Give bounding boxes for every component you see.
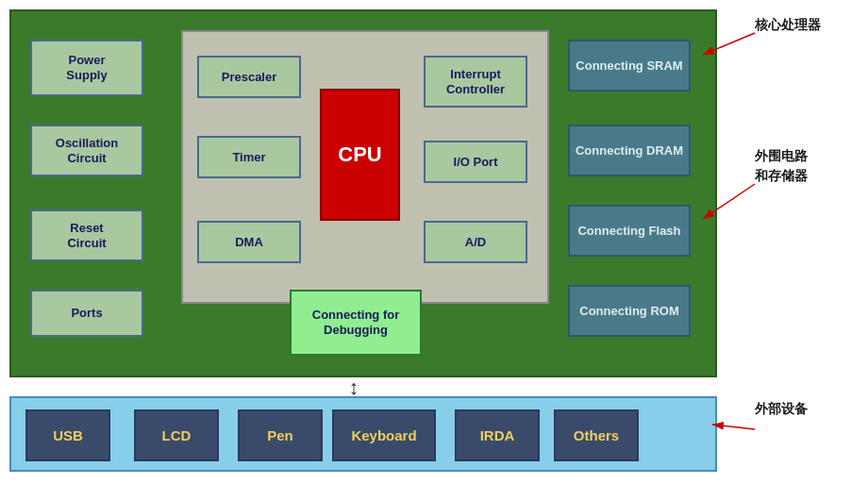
debug-label: Connecting for Debugging bbox=[295, 308, 416, 337]
others-label: Others bbox=[574, 427, 619, 443]
cpu-box: CPU bbox=[320, 89, 400, 221]
conn-sram-box: Connecting SRAM bbox=[568, 40, 691, 92]
conn-sram-label: Connecting SRAM bbox=[576, 58, 682, 74]
lcd-box: LCD bbox=[134, 409, 219, 461]
ports-box: Ports bbox=[30, 290, 143, 337]
reset-label: ResetCircuit bbox=[67, 221, 106, 250]
irda-box: IRDA bbox=[455, 409, 540, 461]
external-devices-text: 外部设备 bbox=[755, 401, 808, 416]
oscillation-label: OscillationCircuit bbox=[56, 136, 118, 165]
pen-box: Pen bbox=[238, 409, 323, 461]
dma-box: DMA bbox=[197, 221, 301, 263]
prescaler-label: Prescaler bbox=[222, 70, 277, 85]
irda-label: IRDA bbox=[480, 427, 515, 443]
cpu-label: CPU bbox=[338, 142, 381, 167]
usb-box: USB bbox=[25, 409, 110, 461]
pen-label: Pen bbox=[267, 427, 293, 443]
conn-dram-box: Connecting DRAM bbox=[568, 125, 691, 176]
core-area: Prescaler Timer DMA CPU Interrupt Contro… bbox=[181, 30, 549, 304]
debug-box: Connecting for Debugging bbox=[290, 290, 422, 356]
power-supply-box: PowerSupply bbox=[30, 40, 143, 96]
oscillation-circuit-box: OscillationCircuit bbox=[30, 125, 143, 176]
conn-rom-label: Connecting ROM bbox=[579, 304, 678, 319]
label-peripheral-storage: 外围电路和存储器 bbox=[755, 146, 808, 186]
timer-label: Timer bbox=[232, 150, 265, 165]
arrow-symbol: ↕ bbox=[349, 376, 359, 400]
main-container: Prescaler Timer DMA CPU Interrupt Contro… bbox=[0, 0, 868, 484]
conn-flash-label: Connecting Flash bbox=[577, 224, 680, 239]
keyboard-label: Keyboard bbox=[351, 427, 416, 443]
peripheral-storage-text: 外围电路和存储器 bbox=[755, 148, 808, 183]
interrupt-label: Interrupt Controller bbox=[429, 67, 522, 96]
interrupt-controller-box: Interrupt Controller bbox=[424, 56, 527, 108]
usb-label: USB bbox=[53, 427, 83, 443]
io-port-box: I/O Port bbox=[424, 141, 527, 183]
board: Prescaler Timer DMA CPU Interrupt Contro… bbox=[9, 9, 717, 377]
conn-flash-box: Connecting Flash bbox=[568, 205, 691, 257]
dma-label: DMA bbox=[235, 235, 263, 250]
vert-arrow: ↕ bbox=[344, 376, 363, 399]
ad-label: A/D bbox=[465, 235, 486, 250]
keyboard-box: Keyboard bbox=[332, 409, 436, 461]
reset-circuit-box: ResetCircuit bbox=[30, 209, 143, 261]
conn-rom-box: Connecting ROM bbox=[568, 285, 691, 337]
power-supply-label: PowerSupply bbox=[66, 53, 107, 82]
conn-dram-label: Connecting DRAM bbox=[576, 143, 683, 159]
io-port-label: I/O Port bbox=[454, 155, 498, 170]
timer-box: Timer bbox=[197, 136, 301, 178]
ports-label: Ports bbox=[71, 306, 102, 321]
ad-box: A/D bbox=[424, 221, 527, 263]
lcd-label: LCD bbox=[162, 427, 192, 443]
core-processor-text: 核心处理器 bbox=[755, 17, 821, 32]
label-core-processor: 核心处理器 bbox=[755, 17, 821, 34]
svg-line-2 bbox=[712, 425, 755, 429]
others-box: Others bbox=[554, 409, 639, 461]
prescaler-box: Prescaler bbox=[197, 56, 301, 98]
external-devices-area: USB LCD Pen Keyboard IRDA Others bbox=[9, 396, 717, 472]
label-external-devices: 外部设备 bbox=[755, 401, 808, 418]
